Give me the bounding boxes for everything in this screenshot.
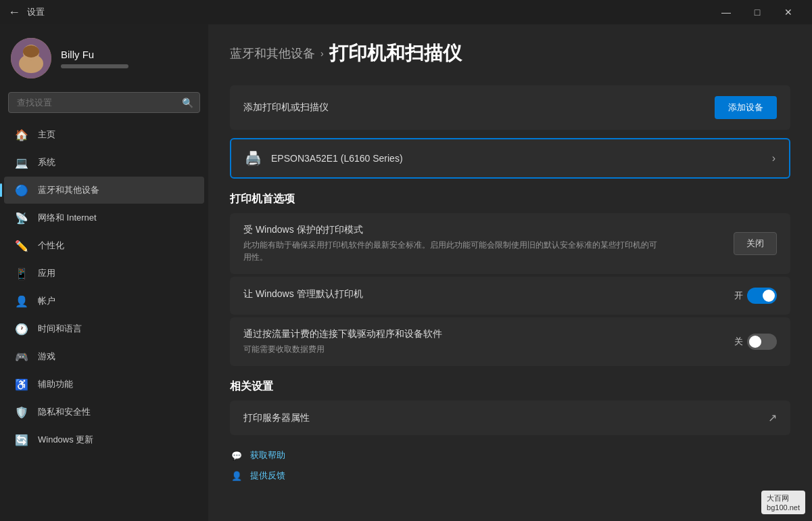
feedback-link[interactable]: 👤 提供反馈 <box>230 469 790 482</box>
sidebar-item-time[interactable]: 🕐 时间和语言 <box>4 315 204 342</box>
pref-protected-mode-title: 受 Windows 保护的打印模式 <box>243 224 720 236</box>
user-name: Billy Fu <box>61 49 128 60</box>
user-info: Billy Fu <box>61 49 128 68</box>
nav-label-personalization: 个性化 <box>38 240 64 252</box>
sidebar-item-apps[interactable]: 📱 应用 <box>4 260 204 287</box>
back-button[interactable]: ← <box>8 6 20 18</box>
nav-list: 🏠 主页 💻 系统 🔵 蓝牙和其他设备 📡 网络和 Internet ✏️ 个性… <box>0 121 208 453</box>
nav-label-time: 时间和语言 <box>38 323 82 335</box>
feedback-icon: 👤 <box>230 469 243 482</box>
sidebar-item-network[interactable]: 📡 网络和 Internet <box>4 204 204 231</box>
manage-default-toggle-wrap: 开 <box>734 288 777 304</box>
avatar <box>11 38 51 78</box>
feedback-label: 提供反馈 <box>250 470 285 482</box>
download-drivers-toggle[interactable] <box>747 334 777 350</box>
nav-icon-privacy: 🛡️ <box>15 405 28 419</box>
pref-protected-mode-text: 受 Windows 保护的打印模式 此功能有助于确保采用打印机软件的最新安全标准… <box>243 224 720 263</box>
pref-manage-default-control: 开 <box>734 288 777 304</box>
pref-manage-default-text: 让 Windows 管理默认打印机 <box>243 288 721 303</box>
nav-label-update: Windows 更新 <box>38 434 93 446</box>
sidebar-item-personalization[interactable]: ✏️ 个性化 <box>4 232 204 259</box>
pref-protected-mode-control: 关闭 <box>734 232 777 255</box>
protected-mode-button[interactable]: 关闭 <box>734 232 777 255</box>
nav-icon-update: 🔄 <box>15 433 28 447</box>
sidebar-item-system[interactable]: 💻 系统 <box>4 149 204 176</box>
preferences-title: 打印机首选项 <box>230 192 790 206</box>
sidebar-item-privacy[interactable]: 🛡️ 隐私和安全性 <box>4 399 204 426</box>
sidebar-item-gaming[interactable]: 🎮 游戏 <box>4 343 204 370</box>
nav-icon-apps: 📱 <box>15 267 28 280</box>
sidebar-item-home[interactable]: 🏠 主页 <box>4 121 204 148</box>
nav-label-accessibility: 辅助功能 <box>38 378 73 390</box>
nav-label-bluetooth: 蓝牙和其他设备 <box>38 184 99 196</box>
printer-item[interactable]: 🖨️ EPSON3A52E1 (L6160 Series) › <box>230 138 790 179</box>
nav-icon-personalization: ✏️ <box>15 239 28 252</box>
nav-label-apps: 应用 <box>38 267 55 279</box>
nav-icon-network: 📡 <box>15 211 28 225</box>
nav-label-gaming: 游戏 <box>38 350 55 363</box>
nav-icon-accounts: 👤 <box>15 294 28 308</box>
pref-download-drivers: 通过按流量计费的连接下载驱动程序和设备软件 可能需要收取数据费用 关 <box>230 317 790 366</box>
pref-protected-mode-desc: 此功能有助于确保采用打印机软件的最新安全标准。启用此功能可能会限制使用旧的默认安… <box>243 239 663 263</box>
add-printer-label: 添加打印机或扫描仪 <box>243 101 329 114</box>
pref-download-drivers-control: 关 <box>734 334 777 350</box>
manage-default-toggle[interactable] <box>747 288 777 304</box>
main-layout: Billy Fu 🔍 🏠 主页 💻 系统 🔵 蓝牙和其他设备 📡 网络和 Int… <box>0 24 812 521</box>
print-server-card[interactable]: 打印服务器属性 ↗ <box>230 401 790 435</box>
search-box: 🔍 <box>8 92 200 113</box>
related-settings-title: 相关设置 <box>230 380 790 394</box>
nav-icon-accessibility: ♿ <box>15 378 28 391</box>
add-device-button[interactable]: 添加设备 <box>715 96 777 119</box>
printer-name: EPSON3A52E1 (L6160 Series) <box>271 153 763 164</box>
user-status-bar <box>61 64 128 68</box>
nav-label-network: 网络和 Internet <box>38 212 97 224</box>
breadcrumb-current: 打印机和扫描仪 <box>329 41 462 66</box>
pref-protected-mode: 受 Windows 保护的打印模式 此功能有助于确保采用打印机软件的最新安全标准… <box>230 213 790 274</box>
pref-download-drivers-desc: 可能需要收取数据费用 <box>243 343 663 355</box>
titlebar-title: 设置 <box>27 6 45 18</box>
pref-manage-default-title: 让 Windows 管理默认打印机 <box>243 288 721 300</box>
sidebar-item-update[interactable]: 🔄 Windows 更新 <box>4 426 204 453</box>
content-area: 蓝牙和其他设备 › 打印机和扫描仪 添加打印机或扫描仪 添加设备 🖨️ EPSO… <box>208 24 812 521</box>
external-link-icon: ↗ <box>768 411 777 424</box>
nav-label-accounts: 帐户 <box>38 295 55 307</box>
toggle-thumb <box>763 290 775 302</box>
nav-icon-system: 💻 <box>15 156 28 169</box>
download-drivers-toggle-wrap: 关 <box>734 334 777 350</box>
sidebar-item-accounts[interactable]: 👤 帐户 <box>4 288 204 315</box>
pref-download-drivers-text: 通过按流量计费的连接下载驱动程序和设备软件 可能需要收取数据费用 <box>243 328 721 355</box>
maximize-button[interactable]: □ <box>742 0 773 24</box>
nav-label-home: 主页 <box>38 129 55 141</box>
printer-chevron-icon: › <box>772 152 775 164</box>
sidebar-item-accessibility[interactable]: ♿ 辅助功能 <box>4 371 204 398</box>
close-button[interactable]: ✕ <box>773 0 804 24</box>
search-input[interactable] <box>8 92 200 113</box>
help-icon: 💬 <box>230 449 243 462</box>
breadcrumb-parent[interactable]: 蓝牙和其他设备 <box>230 45 315 62</box>
print-server-label: 打印服务器属性 <box>243 412 310 424</box>
help-label: 获取帮助 <box>250 449 285 461</box>
footer-links: 💬 获取帮助 👤 提供反馈 <box>230 449 790 482</box>
nav-icon-bluetooth: 🔵 <box>15 183 28 197</box>
nav-icon-gaming: 🎮 <box>15 350 28 363</box>
minimize-button[interactable]: — <box>711 0 742 24</box>
pref-download-drivers-title: 通过按流量计费的连接下载驱动程序和设备软件 <box>243 328 721 340</box>
breadcrumb-arrow: › <box>320 48 324 59</box>
user-profile: Billy Fu <box>0 30 208 92</box>
download-drivers-toggle-label: 关 <box>734 336 743 348</box>
sidebar-item-bluetooth[interactable]: 🔵 蓝牙和其他设备 <box>4 177 204 204</box>
add-printer-card: 添加打印机或扫描仪 添加设备 <box>230 85 790 130</box>
watermark: 大百网bg100.net <box>761 491 805 514</box>
help-link[interactable]: 💬 获取帮助 <box>230 449 790 462</box>
nav-icon-home: 🏠 <box>15 128 28 141</box>
breadcrumb: 蓝牙和其他设备 › 打印机和扫描仪 <box>230 41 790 66</box>
printer-icon: 🖨️ <box>245 150 262 166</box>
sidebar: Billy Fu 🔍 🏠 主页 💻 系统 🔵 蓝牙和其他设备 📡 网络和 Int… <box>0 24 208 521</box>
pref-manage-default: 让 Windows 管理默认打印机 开 <box>230 277 790 315</box>
manage-default-toggle-label: 开 <box>734 290 743 302</box>
titlebar: ← 设置 — □ ✕ <box>0 0 812 24</box>
toggle-thumb-2 <box>749 336 761 348</box>
nav-label-privacy: 隐私和安全性 <box>38 406 91 418</box>
nav-label-system: 系统 <box>38 156 55 168</box>
window-controls: — □ ✕ <box>711 0 804 24</box>
